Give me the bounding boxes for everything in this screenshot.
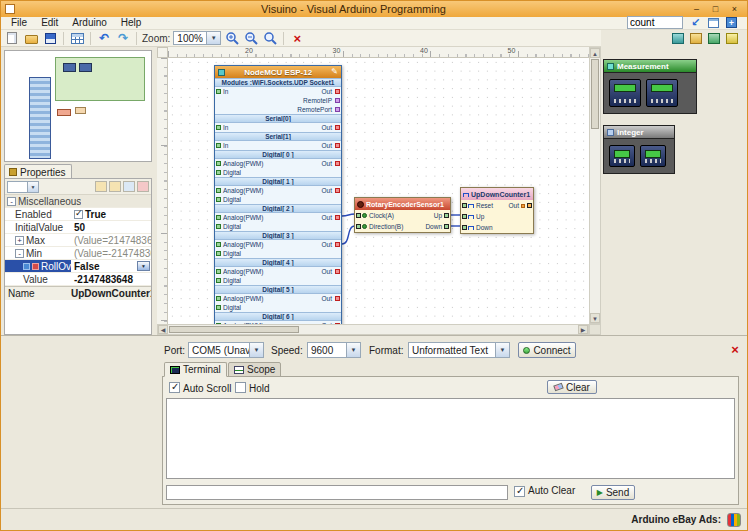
- input-pin[interactable]: [216, 170, 221, 175]
- property-value[interactable]: -2147483648: [71, 273, 151, 285]
- input-pin[interactable]: [216, 251, 221, 256]
- counter-title-bar[interactable]: UpDownCounter1: [461, 188, 533, 200]
- dropdown-arrow-icon[interactable]: ▼: [346, 343, 360, 357]
- add-search-icon[interactable]: +: [724, 15, 739, 30]
- input-pin[interactable]: [216, 269, 221, 274]
- property-value[interactable]: (Value=2147483647...: [71, 234, 151, 246]
- auto-clear-checkbox[interactable]: [514, 486, 525, 497]
- property-value[interactable]: 50: [71, 221, 151, 233]
- ebay-ads-icon[interactable]: [727, 513, 741, 527]
- scroll-left-icon[interactable]: ◀: [158, 325, 168, 334]
- large-icons-view-icon[interactable]: [706, 31, 721, 46]
- output-pin[interactable]: [335, 89, 340, 94]
- input-pin[interactable]: [216, 89, 221, 94]
- add-component-icon[interactable]: ↙: [688, 15, 703, 30]
- redo-icon[interactable]: ↷: [115, 31, 131, 46]
- zoom-select[interactable]: 100%▼: [173, 31, 221, 45]
- dropdown-arrow-icon[interactable]: ▼: [27, 182, 38, 192]
- property-row-rollover[interactable]: RollOverFalse▼: [5, 260, 151, 273]
- nodemcu-title-bar[interactable]: NodeMCU ESP-12 ✎: [215, 66, 341, 78]
- scroll-up-icon[interactable]: ▲: [590, 48, 600, 58]
- output-pin[interactable]: [444, 213, 449, 218]
- updown-counter-block[interactable]: UpDownCounter1 ResetOutUpDown: [460, 187, 534, 234]
- input-pin[interactable]: [216, 125, 221, 130]
- edit-pencil-icon[interactable]: ✎: [331, 68, 338, 76]
- speed-select[interactable]: 9600▼: [307, 342, 361, 358]
- board-grid-icon[interactable]: [69, 31, 85, 46]
- menu-item-arduino[interactable]: Arduino: [66, 17, 112, 29]
- output-pin[interactable]: [335, 296, 340, 301]
- vertical-scroll-thumb[interactable]: [591, 59, 599, 129]
- toolbox-category-header[interactable]: Integer: [603, 125, 675, 138]
- input-pin[interactable]: [216, 224, 221, 229]
- output-pin[interactable]: [335, 269, 340, 274]
- component-item[interactable]: [646, 79, 678, 107]
- name-row[interactable]: Name UpDownCounter1: [5, 286, 151, 300]
- zoom-in-icon[interactable]: [224, 31, 240, 46]
- scroll-down-icon[interactable]: ▼: [590, 313, 600, 323]
- property-row-value[interactable]: Value-2147483648: [5, 273, 151, 286]
- scroll-right-icon[interactable]: ▶: [578, 325, 588, 334]
- input-pin[interactable]: [216, 215, 221, 220]
- property-value[interactable]: (Value=-2147483648...: [71, 247, 151, 259]
- zoom-fit-icon[interactable]: [262, 31, 278, 46]
- dropdown-arrow-icon[interactable]: ▼: [495, 343, 509, 357]
- input-pin[interactable]: [216, 305, 221, 310]
- maximize-button[interactable]: □: [707, 3, 724, 16]
- categorized-view-icon[interactable]: [95, 181, 107, 192]
- dropdown-arrow-icon[interactable]: ▼: [249, 343, 263, 357]
- input-pin[interactable]: [462, 214, 467, 219]
- property-row-initialvalue[interactable]: InitialValue50: [5, 221, 151, 234]
- hold-checkbox[interactable]: [235, 382, 246, 393]
- output-pin[interactable]: [335, 161, 340, 166]
- property-row-miscellaneous[interactable]: -Miscellaneous: [5, 195, 151, 208]
- output-pin[interactable]: [444, 224, 449, 229]
- collapse-categories-icon[interactable]: [670, 31, 685, 46]
- rotary-encoder-block[interactable]: RotaryEncoderSensor1 Clock(A)UpDirection…: [354, 197, 451, 233]
- output-pin[interactable]: [335, 242, 340, 247]
- title-bar[interactable]: Visuino - Visual Arduino Programming – □…: [1, 1, 747, 17]
- input-pin[interactable]: [216, 242, 221, 247]
- input-pin[interactable]: [356, 224, 361, 229]
- horizontal-scroll-thumb[interactable]: [169, 326, 299, 333]
- expand-all-icon[interactable]: [123, 181, 135, 192]
- component-item[interactable]: [609, 79, 641, 107]
- port-select[interactable]: COM5 (Unava▼: [188, 342, 264, 358]
- expand-glyph[interactable]: -: [7, 197, 16, 206]
- new-project-icon[interactable]: [4, 31, 20, 46]
- menu-item-help[interactable]: Help: [115, 17, 148, 29]
- input-pin[interactable]: [216, 188, 221, 193]
- clear-button[interactable]: Clear: [547, 380, 597, 394]
- canvas-horizontal-scrollbar[interactable]: ◀ ▶: [157, 324, 589, 335]
- close-button[interactable]: ×: [726, 3, 743, 16]
- design-overview[interactable]: [4, 50, 152, 162]
- property-row-max[interactable]: +Max(Value=2147483647...: [5, 234, 151, 247]
- toolbox-category-header[interactable]: Measurement: [603, 59, 697, 72]
- connect-button[interactable]: Connect: [518, 342, 576, 358]
- input-pin[interactable]: [216, 161, 221, 166]
- input-pin[interactable]: [462, 203, 467, 208]
- send-button[interactable]: ▶Send: [591, 485, 635, 500]
- output-pin[interactable]: [335, 107, 340, 112]
- output-pin[interactable]: [335, 215, 340, 220]
- output-pin[interactable]: [335, 188, 340, 193]
- alphabetical-view-icon[interactable]: [109, 181, 121, 192]
- terminal-output[interactable]: [166, 398, 735, 479]
- property-value[interactable]: True: [71, 208, 151, 220]
- property-row-enabled[interactable]: EnabledTrue: [5, 208, 151, 221]
- minimize-button[interactable]: –: [688, 3, 705, 16]
- expand-glyph[interactable]: +: [15, 236, 24, 245]
- save-project-icon[interactable]: [42, 31, 58, 46]
- property-value[interactable]: False▼: [71, 260, 151, 272]
- input-pin[interactable]: [462, 225, 467, 230]
- input-pin[interactable]: [216, 143, 221, 148]
- list-view-icon[interactable]: [724, 31, 739, 46]
- undo-icon[interactable]: ↶: [96, 31, 112, 46]
- tab-terminal[interactable]: Terminal: [164, 362, 227, 377]
- pin-properties-icon[interactable]: [137, 181, 149, 192]
- input-pin[interactable]: [216, 278, 221, 283]
- menu-item-edit[interactable]: Edit: [35, 17, 64, 29]
- dropdown-arrow-icon[interactable]: ▼: [206, 32, 220, 44]
- input-pin[interactable]: [216, 197, 221, 202]
- output-pin[interactable]: [335, 125, 340, 130]
